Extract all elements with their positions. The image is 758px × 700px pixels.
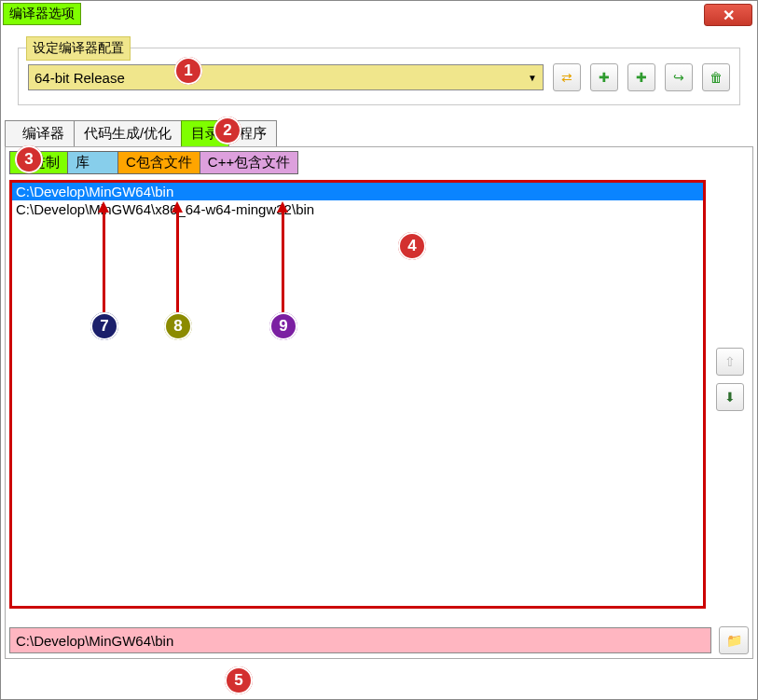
rename-icon: ↪	[673, 70, 684, 85]
close-button[interactable]: ✕	[704, 4, 752, 26]
plus-icon: ✚	[599, 70, 610, 85]
callout-7: 7	[90, 312, 118, 340]
list-item[interactable]: C:\Develop\MinGW64\x86_64-w64-mingw32\bi…	[12, 200, 703, 218]
select-value: 64-bit Release	[34, 70, 125, 86]
rename-config-button[interactable]: ↪	[665, 63, 693, 91]
callout-4: 4	[398, 232, 426, 260]
close-icon: ✕	[723, 7, 735, 24]
swap-icon: ⇄	[561, 70, 572, 85]
callout-5: 5	[225, 666, 253, 694]
callout-9: 9	[269, 312, 297, 340]
delete-config-button[interactable]: 🗑	[702, 63, 730, 91]
chevron-down-icon: ▼	[528, 73, 537, 83]
arrow-head-icon	[277, 201, 288, 213]
move-up-button[interactable]: ⇧	[716, 348, 744, 376]
arrow-up-icon: ⇧	[724, 354, 736, 369]
plus-icon: ✚	[636, 70, 647, 85]
arrow-down-icon: ⬇	[724, 390, 736, 405]
add-config-button-2[interactable]: ✚	[627, 63, 655, 91]
path-list[interactable]: C:\Develop\MinGW64\bin C:\Develop\MinGW6…	[9, 180, 706, 609]
add-config-button[interactable]: ✚	[590, 63, 618, 91]
config-label: 设定编译器配置	[26, 36, 131, 61]
browse-button[interactable]: 📁	[719, 626, 749, 654]
subtab-c-include[interactable]: C包含文件	[117, 151, 200, 174]
arrow-head-icon	[98, 201, 109, 213]
move-down-button[interactable]: ⬇	[716, 383, 744, 411]
arrow-line	[282, 211, 284, 313]
callout-2: 2	[214, 117, 241, 144]
arrow-line	[176, 211, 179, 313]
list-item[interactable]: C:\Develop\MinGW64\bin	[12, 183, 703, 200]
callout-3: 3	[15, 145, 43, 173]
subtab-cpp-include[interactable]: C++包含文件	[200, 151, 298, 174]
tab-compiler[interactable]: 编译器	[5, 120, 75, 146]
arrow-head-icon	[172, 201, 183, 213]
callout-1: 1	[174, 57, 202, 85]
swap-button[interactable]: ⇄	[553, 63, 581, 91]
trash-icon: 🗑	[710, 70, 723, 85]
window-title: 编译器选项	[3, 3, 81, 25]
folder-icon: 📁	[726, 633, 742, 648]
tab-codegen[interactable]: 代码生成/优化	[74, 120, 182, 146]
callout-8: 8	[164, 312, 192, 340]
arrow-line	[103, 211, 105, 313]
subtab-lib[interactable]: 库	[67, 151, 118, 174]
path-input[interactable]	[9, 627, 711, 653]
